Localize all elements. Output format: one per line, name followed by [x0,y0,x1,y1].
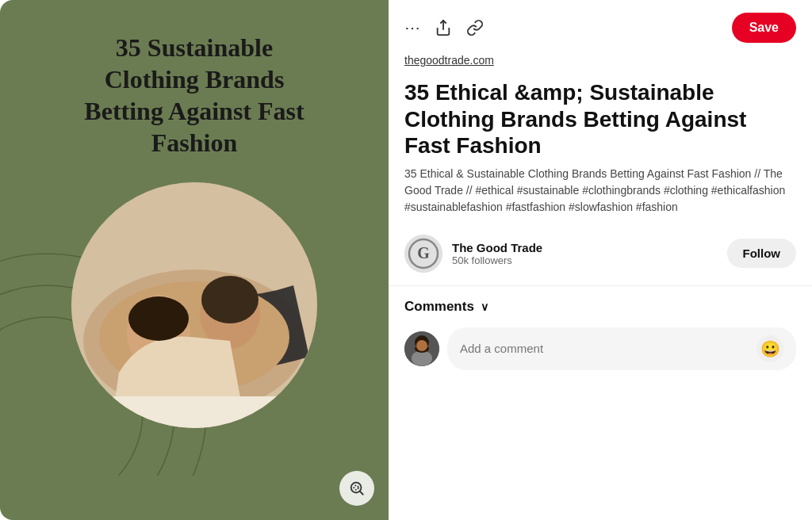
comments-label: Comments [404,299,474,315]
svg-line-13 [359,491,363,495]
comment-input[interactable] [460,342,750,355]
svg-point-10 [128,296,189,341]
pin-detail-panel: ⋯ Save thegoodtrade.com 35 Ethical &amp;… [389,0,812,520]
comments-chevron-icon: ∨ [481,300,488,313]
comments-toggle[interactable]: Comments ∨ [404,299,796,315]
share-icon [435,19,452,36]
pin-author: G The Good Trade 50k followers Follow [389,227,812,281]
comment-input-row: 😀 [404,327,796,370]
save-button[interactable]: Save [732,13,796,43]
pin-source-url[interactable]: thegoodtrade.com [389,51,812,75]
follow-button[interactable]: Follow [727,239,797,268]
lens-icon [348,480,366,497]
lens-button[interactable] [339,471,374,506]
pin-title: 35 Ethical &amp; Sustainable Clothing Br… [389,75,812,166]
toolbar-left: ⋯ [404,18,484,37]
comment-input-wrapper[interactable]: 😀 [447,327,796,370]
author-avatar-image: G [404,235,442,273]
pin-description: 35 Ethical & Sustainable Clothing Brands… [389,166,812,227]
author-avatar[interactable]: G [404,235,442,273]
comments-section: Comments ∨ 😀 [389,285,812,378]
commenter-avatar [404,331,439,366]
svg-point-24 [416,340,427,351]
pin-photo [71,182,317,428]
emoji-button[interactable]: 😀 [756,335,783,362]
pin-toolbar: ⋯ Save [389,0,812,51]
pin-photo-container [0,182,389,428]
svg-text:G: G [417,244,430,262]
more-button[interactable]: ⋯ [404,18,420,37]
pin-image-text: 35 Sustainable Clothing Brands Betting A… [0,0,389,174]
pin-image-title: 35 Sustainable Clothing Brands Betting A… [32,32,357,159]
pin-image-panel: 35 Sustainable Clothing Brands Betting A… [0,0,389,520]
author-name: The Good Trade [452,241,718,254]
link-button[interactable] [466,19,484,36]
link-icon [466,19,484,36]
photo-svg [71,182,317,428]
svg-point-9 [201,276,259,323]
author-info: The Good Trade 50k followers [452,241,718,266]
author-followers: 50k followers [452,254,718,266]
svg-point-14 [354,485,358,490]
share-button[interactable] [435,19,452,36]
commenter-avatar-image [404,331,439,366]
